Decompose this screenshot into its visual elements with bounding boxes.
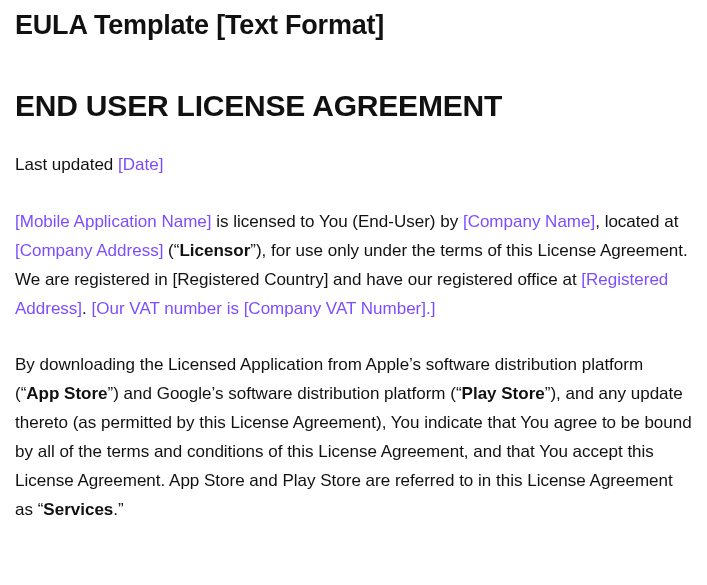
text: ”) and Google’s software distribution pl… [108, 384, 462, 403]
play-store-term: Play Store [462, 384, 545, 403]
app-store-term: App Store [26, 384, 107, 403]
text: (“ [163, 241, 179, 260]
text: , located at [595, 212, 678, 231]
date-placeholder: [Date] [118, 155, 163, 174]
agreement-heading: END USER LICENSE AGREEMENT [15, 89, 692, 123]
licensor-term: Licensor [179, 241, 250, 260]
company-name-placeholder: [Company Name] [463, 212, 595, 231]
last-updated-line: Last updated [Date] [15, 151, 692, 180]
company-address-placeholder: [Company Address] [15, 241, 163, 260]
last-updated-label: Last updated [15, 155, 118, 174]
intro-paragraph-2: By downloading the Licensed Application … [15, 351, 692, 524]
app-name-placeholder: [Mobile Application Name] [15, 212, 212, 231]
services-term: Services [43, 500, 113, 519]
text: . [82, 299, 91, 318]
template-title: EULA Template [Text Format] [15, 10, 692, 41]
text: .” [113, 500, 123, 519]
vat-placeholder: [Our VAT number is [Company VAT Number].… [92, 299, 436, 318]
text: ”), and any update thereto (as permitted… [15, 384, 692, 519]
text: is licensed to You (End-User) by [212, 212, 463, 231]
intro-paragraph-1: [Mobile Application Name] is licensed to… [15, 208, 692, 324]
